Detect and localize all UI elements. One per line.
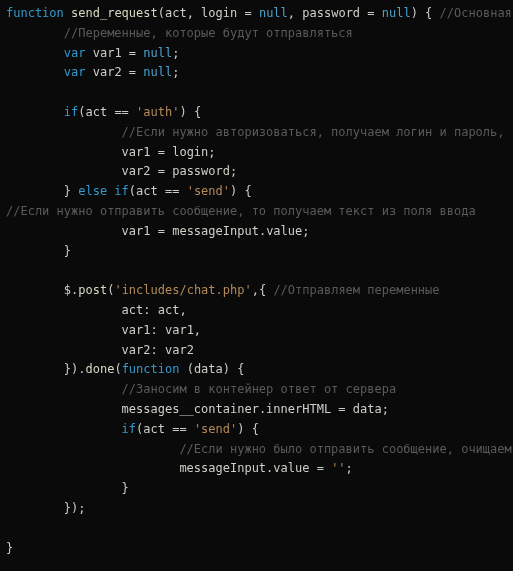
token-id: var1 xyxy=(93,46,122,60)
token-pn: }). xyxy=(6,362,85,376)
token-pn: = xyxy=(122,65,144,79)
token-id: messages__container xyxy=(122,402,259,416)
token-pn: ; xyxy=(346,461,353,475)
token-id: value xyxy=(273,461,309,475)
token-pn xyxy=(6,85,13,99)
token-pn: : xyxy=(143,303,157,317)
token-null: null xyxy=(382,6,411,20)
token-null: null xyxy=(259,6,288,20)
token-pn: , xyxy=(179,303,186,317)
token-id: var2 xyxy=(93,65,122,79)
token-id: messageInput xyxy=(179,461,266,475)
token-id: data xyxy=(353,402,382,416)
token-id: password xyxy=(302,6,360,20)
token-id: act xyxy=(136,184,158,198)
token-pn: }); xyxy=(6,501,85,515)
token-pn xyxy=(6,125,122,139)
token-pn: ) { xyxy=(179,105,201,119)
token-id: act xyxy=(143,422,165,436)
token-null: null xyxy=(143,65,172,79)
token-id: value xyxy=(266,224,302,238)
token-pn xyxy=(6,343,122,357)
token-pn xyxy=(6,65,64,79)
token-id: data xyxy=(194,362,223,376)
token-kw: else if xyxy=(78,184,129,198)
token-pn: = xyxy=(151,224,173,238)
token-cm: //Основная функция xyxy=(440,6,513,20)
token-id: var1 xyxy=(165,323,194,337)
token-id: act xyxy=(165,6,187,20)
token-pn xyxy=(6,263,13,277)
token-id: var1 xyxy=(122,323,151,337)
token-pn xyxy=(6,224,122,238)
token-pn: == xyxy=(158,184,187,198)
token-pn xyxy=(6,105,64,119)
token-pn xyxy=(6,46,64,60)
token-pn: = xyxy=(122,46,144,60)
token-kw: function xyxy=(6,6,71,20)
token-pn: , xyxy=(187,6,201,20)
token-id: act xyxy=(158,303,180,317)
token-pn: == xyxy=(165,422,194,436)
token-str: '' xyxy=(331,461,345,475)
token-pn: ; xyxy=(172,65,179,79)
token-str: 'send' xyxy=(194,422,237,436)
token-pn: ( xyxy=(158,6,165,20)
token-id: $ xyxy=(64,283,71,297)
token-pn xyxy=(6,164,122,178)
token-pn: ; xyxy=(302,224,309,238)
token-pn: , xyxy=(288,6,302,20)
token-pn xyxy=(6,402,122,416)
token-pn xyxy=(6,422,122,436)
token-pn: ; xyxy=(230,164,237,178)
token-pn: = xyxy=(309,461,331,475)
token-pn xyxy=(6,382,122,396)
token-cm: //Если нужно было отправить сообщение, о… xyxy=(179,442,513,456)
token-id: var1 xyxy=(122,145,151,159)
token-pn: ,{ xyxy=(252,283,274,297)
token-kw: var xyxy=(64,46,93,60)
token-pn xyxy=(6,323,122,337)
token-pn: ( xyxy=(187,362,194,376)
token-pn xyxy=(6,26,64,40)
token-pn: = xyxy=(151,145,173,159)
token-pn: ; xyxy=(172,46,179,60)
token-fn: post xyxy=(78,283,107,297)
token-str: 'send' xyxy=(187,184,230,198)
token-null: null xyxy=(143,46,172,60)
token-id: var2 xyxy=(122,343,151,357)
token-pn: : xyxy=(151,323,165,337)
token-fn: send_request xyxy=(71,6,158,20)
token-pn: ; xyxy=(382,402,389,416)
token-pn xyxy=(6,283,64,297)
token-fn: done xyxy=(85,362,114,376)
token-pn: ) { xyxy=(230,184,252,198)
token-pn: = xyxy=(331,402,353,416)
token-pn: } xyxy=(6,481,129,495)
token-pn: } xyxy=(6,541,13,555)
token-cm: //Если нужно отправить сообщение, то пол… xyxy=(6,204,476,218)
token-kw: var xyxy=(64,65,93,79)
token-pn: , xyxy=(194,323,201,337)
token-id: act xyxy=(85,105,107,119)
token-kw: if xyxy=(64,105,78,119)
token-pn: } xyxy=(6,184,78,198)
token-cm: //Заносим в контейнер ответ от сервера xyxy=(122,382,397,396)
token-pn: } xyxy=(6,244,71,258)
token-pn: : xyxy=(151,343,165,357)
token-pn xyxy=(6,461,179,475)
token-id: innerHTML xyxy=(266,402,331,416)
token-pn: = xyxy=(360,6,382,20)
token-pn: ( xyxy=(129,184,136,198)
token-str: 'includes/chat.php' xyxy=(114,283,251,297)
token-pn: ) { xyxy=(411,6,440,20)
token-kw: function xyxy=(122,362,187,376)
token-pn: ; xyxy=(208,145,215,159)
token-pn: = xyxy=(151,164,173,178)
token-id: act xyxy=(122,303,144,317)
code-block: function send_request(act, login = null,… xyxy=(0,0,513,562)
token-str: 'auth' xyxy=(136,105,179,119)
token-cm: //Переменные, которые будут отправляться xyxy=(64,26,353,40)
token-id: login xyxy=(201,6,237,20)
token-id: var2 xyxy=(122,164,151,178)
